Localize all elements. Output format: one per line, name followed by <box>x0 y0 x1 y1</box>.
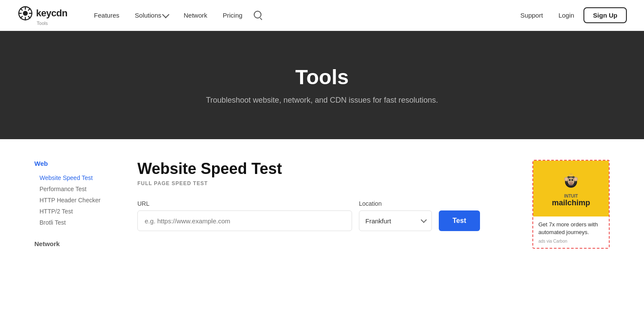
ad-image-area: INTUIT mailchimp <box>533 161 609 216</box>
sidebar-item-performance-test[interactable]: Performance Test <box>34 183 120 195</box>
nav-features[interactable]: Features <box>88 9 125 21</box>
hero-section: Tools Troubleshoot website, network, and… <box>0 31 644 139</box>
nav-solutions[interactable]: Solutions <box>129 9 174 21</box>
nav-login[interactable]: Login <box>553 9 580 21</box>
nav-support[interactable]: Support <box>514 9 549 21</box>
nav-pricing[interactable]: Pricing <box>217 9 249 21</box>
url-label: URL <box>137 200 352 207</box>
hero-subtitle: Troubleshoot website, network, and CDN i… <box>206 96 438 105</box>
logo-sub: Tools <box>37 21 48 26</box>
svg-rect-24 <box>570 173 572 175</box>
svg-point-17 <box>571 179 573 181</box>
sidebar-network-section: Network <box>34 240 120 247</box>
mailchimp-monkey-icon <box>560 170 582 191</box>
sidebar-item-website-speed-test[interactable]: Website Speed Test <box>34 172 120 183</box>
chevron-down-icon <box>162 11 169 18</box>
tool-subtitle: Full Page Speed Test <box>137 180 515 186</box>
ad-body: Get 7x more orders with automated journe… <box>533 216 609 248</box>
url-form-group: URL <box>137 200 352 231</box>
ad-via-text: ads via Carbon <box>538 239 604 244</box>
svg-line-9 <box>21 16 22 18</box>
search-icon[interactable] <box>254 11 261 20</box>
url-input[interactable] <box>137 210 352 231</box>
logo-svg <box>17 5 33 21</box>
svg-line-6 <box>21 8 22 10</box>
test-form: URL Location Frankfurt New York Singapor… <box>137 200 515 231</box>
svg-point-22 <box>574 178 577 180</box>
svg-point-21 <box>565 178 568 180</box>
location-select-wrapper: Frankfurt New York Singapore London Toky… <box>359 210 432 231</box>
sidebar-web-category: Web <box>34 160 120 167</box>
hero-title: Tools <box>295 65 349 89</box>
navbar: keycdn Tools Features Solutions Network … <box>0 0 644 31</box>
logo-text: keycdn <box>36 8 67 19</box>
svg-line-7 <box>28 16 30 18</box>
ad-panel: INTUIT mailchimp Get 7x more orders with… <box>532 160 610 259</box>
nav-links: Features Solutions Network Pricing <box>88 9 514 21</box>
ad-brand: INTUIT mailchimp <box>552 194 590 207</box>
nav-right: Support Login Sign Up <box>514 7 627 23</box>
svg-point-16 <box>569 179 571 181</box>
tool-area: Website Speed Test Full Page Speed Test … <box>137 160 515 259</box>
svg-point-18 <box>570 183 572 185</box>
sidebar: Web Website Speed Test Performance Test … <box>34 160 120 259</box>
tool-title: Website Speed Test <box>137 160 515 178</box>
ad-brand-main: mailchimp <box>552 198 590 207</box>
main-content: Web Website Speed Test Performance Test … <box>17 139 627 280</box>
location-select[interactable]: Frankfurt New York Singapore London Toky… <box>359 210 432 231</box>
signup-button[interactable]: Sign Up <box>583 7 627 23</box>
sidebar-network-category: Network <box>34 240 120 247</box>
test-button[interactable]: Test <box>439 210 480 231</box>
sidebar-item-http-header-checker[interactable]: HTTP Header Checker <box>34 195 120 206</box>
sidebar-web-section: Web Website Speed Test Performance Test … <box>34 160 120 228</box>
sidebar-item-http2-test[interactable]: HTTP/2 Test <box>34 206 120 217</box>
ad-box[interactable]: INTUIT mailchimp Get 7x more orders with… <box>532 160 610 249</box>
svg-point-1 <box>23 11 27 15</box>
svg-line-8 <box>28 8 30 10</box>
nav-network[interactable]: Network <box>178 9 213 21</box>
location-label: Location <box>359 200 432 207</box>
sidebar-item-brotli-test[interactable]: Brotli Test <box>34 217 120 228</box>
ad-body-text: Get 7x more orders with automated journe… <box>538 221 604 236</box>
ad-brand-sub: INTUIT <box>552 194 590 198</box>
location-form-group: Location Frankfurt New York Singapore Lo… <box>359 200 432 231</box>
logo-link[interactable]: keycdn Tools <box>17 5 67 26</box>
